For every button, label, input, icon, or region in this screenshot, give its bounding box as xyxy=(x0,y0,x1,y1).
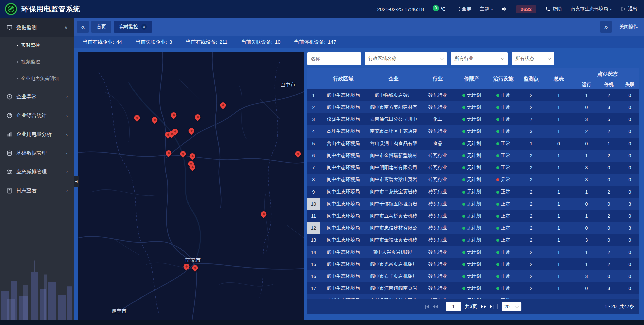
page-size-select[interactable]: 20 xyxy=(502,302,521,311)
status-select[interactable]: 所有状态 xyxy=(512,52,554,65)
table-row[interactable]: 6 阆中生态环境局 阆中市金博瑞新型墙材 砖瓦行业 无计划 正常 2 1 1 2… xyxy=(307,150,639,162)
cell-lost: 0 xyxy=(619,125,639,138)
sidebar-group-emergency[interactable]: 应急减排管理 ‹ xyxy=(0,162,74,181)
region-select[interactable]: 行政区域名称 xyxy=(365,52,447,65)
stat-stopped-devices: 当前停机设备:147 xyxy=(294,39,336,45)
fullscreen-button[interactable]: 全屏 xyxy=(454,6,471,12)
map-pin[interactable] xyxy=(171,112,176,119)
bullet-icon xyxy=(17,78,18,79)
map-pin[interactable] xyxy=(166,150,172,157)
map-pin[interactable] xyxy=(134,115,140,122)
cell-lost: 3 xyxy=(619,222,639,234)
col-facility: 治污设施 xyxy=(488,68,519,89)
table-row[interactable]: 13 阆中生态环境局 阆中市金福旺页岩机砖 砖瓦行业 无计划 正常 2 1 3 … xyxy=(307,234,639,246)
col-point-status: 点位状态 xyxy=(574,68,639,80)
map-pin[interactable] xyxy=(172,129,178,136)
cell-lost: 0 xyxy=(619,186,639,198)
map-pin[interactable] xyxy=(220,102,226,109)
sidebar-item-power-load-detail[interactable]: 企业电力负荷明细 xyxy=(0,70,74,87)
last-page-button[interactable] xyxy=(490,305,493,309)
cell-bureau: 阆中生态环境局 xyxy=(320,210,367,222)
chevron-left-icon: ‹ xyxy=(66,113,68,118)
cell-meters: 1 xyxy=(543,246,574,258)
cell-meters: 1 xyxy=(543,162,574,174)
cell-stop: 0 xyxy=(599,222,619,234)
sidebar-collapse-button[interactable]: ◀ xyxy=(74,176,79,187)
announcement-button[interactable] xyxy=(502,6,507,12)
table-row[interactable]: 14 阆中生态环境局 阆中大兴页岩机砖厂 砖瓦行业 无计划 正常 2 1 1 2… xyxy=(307,246,639,258)
sidebar-group-power-analysis[interactable]: 企业用电量分析 ‹ xyxy=(0,125,74,144)
sidebar-group-base-data[interactable]: 基础数据管理 ‹ xyxy=(0,144,74,162)
cell-company: 阆中强锐页岩砖厂 xyxy=(367,89,420,101)
table-row[interactable]: 1 阆中生态环境局 阆中强锐页岩砖厂 砖瓦行业 无计划 正常 2 1 1 2 0 xyxy=(307,89,639,101)
table-row[interactable]: 9 阆中生态环境局 阆中市二龙长宝页岩砖 砖瓦行业 无计划 正常 2 1 1 2… xyxy=(307,186,639,198)
table-row[interactable]: 18 南部生态环境局 南部县双兴建材有限公 砖瓦行业 无计划 正常 2 1 0 … xyxy=(307,294,639,299)
table-row[interactable]: 3 仪陇生态环境局 西南油气田分公司川中 化工 无计划 正常 7 1 3 5 0 xyxy=(307,113,639,125)
cell-points: 2 xyxy=(519,186,543,198)
cell-stop: 0 xyxy=(599,234,619,246)
help-button[interactable]: 帮助 xyxy=(545,6,562,12)
map-pin[interactable] xyxy=(261,211,266,218)
map-pin[interactable] xyxy=(295,151,301,158)
alarm-count-badge[interactable]: 2632 xyxy=(516,5,536,13)
cell-meters: 1 xyxy=(543,150,574,162)
table-row[interactable]: 10 阆中生态环境局 阆中千佛镇五郎垭页岩 砖瓦行业 无计划 正常 2 1 0 … xyxy=(307,198,639,210)
sidebar-item-realtime-monitor[interactable]: 实时监控 xyxy=(0,37,74,54)
map-pin[interactable] xyxy=(195,114,201,121)
logout-button[interactable]: 退出 xyxy=(621,6,637,12)
app-root: 环保用电监管系统 2021-02-25 17:46:18 0 ℃ 全屏 主题 ▾… xyxy=(0,0,644,320)
map-pin[interactable] xyxy=(192,265,198,272)
cell-bureau: 阆中生态环境局 xyxy=(320,222,367,234)
cell-run: 2 xyxy=(574,125,599,138)
cell-facility-status: 正常 xyxy=(488,138,519,150)
tab-realtime-monitor[interactable]: 实时监控 × xyxy=(114,21,152,33)
theme-dropdown[interactable]: 主题 ▾ xyxy=(480,6,493,12)
table-row[interactable]: 11 阆中生态环境局 阆中市五马桥页岩机砖 砖瓦行业 无计划 正常 2 1 1 … xyxy=(307,210,639,222)
close-icon[interactable]: × xyxy=(141,24,147,30)
map-panel[interactable]: 巴中市南充市遂宁市 xyxy=(78,52,304,320)
sidebar-group-log[interactable]: 日志查看 ‹ xyxy=(0,181,74,200)
industry-select[interactable]: 所有行业 xyxy=(451,52,508,65)
table-row[interactable]: 17 阆中生态环境局 阆中市江南镇阆南页岩 砖瓦行业 无计划 正常 2 1 0 … xyxy=(307,282,639,294)
limit-status-dot xyxy=(462,263,465,266)
table-row[interactable]: 4 高坪生态环境局 南充市高坪区王家店建 砖瓦行业 无计划 正常 3 1 2 2… xyxy=(307,125,639,138)
table-row[interactable]: 15 阆中生态环境局 阆中市光富页岩机砖厂 砖瓦行业 无计划 正常 2 1 1 … xyxy=(307,258,639,270)
prev-page-button[interactable] xyxy=(433,305,438,308)
cell-bureau: 阆中生态环境局 xyxy=(320,101,367,113)
cell-limit-status: 无计划 xyxy=(455,101,488,113)
map-pin[interactable] xyxy=(152,117,158,124)
tab-home[interactable]: 首页 xyxy=(91,21,111,33)
next-page-button[interactable] xyxy=(481,305,486,308)
table-row[interactable]: 2 阆中生态环境局 阆中市南方节能建材有 砖瓦行业 无计划 正常 2 1 0 3… xyxy=(307,101,639,113)
name-search-input[interactable] xyxy=(307,52,361,65)
map-pin[interactable] xyxy=(189,128,194,135)
cell-meters: 1 xyxy=(543,89,574,101)
sidebar-group-data-monitor[interactable]: 数据监测 ∨ xyxy=(0,18,74,37)
cell-company: 阆中市石子页岩机砖厂 xyxy=(367,270,420,282)
sidebar-group-enterprise-abnormal[interactable]: 企业异常 ‹ xyxy=(0,87,74,106)
cell-meters: 1 xyxy=(543,270,574,282)
map-pin[interactable] xyxy=(180,151,186,158)
tabs-scroll-right-button[interactable]: » xyxy=(600,21,612,33)
table-row[interactable]: 8 阆中生态环境局 阆中市枣碧大梁山页岩 砖瓦行业 无计划 异常 2 1 3 0… xyxy=(307,174,639,186)
tabs-scroll-left-button[interactable]: « xyxy=(77,21,89,33)
first-page-button[interactable] xyxy=(425,305,429,309)
map-pin[interactable] xyxy=(190,153,195,160)
table-row[interactable]: 7 阆中生态环境局 阆中明阳建材有限公司 砖瓦行业 无计划 正常 2 1 3 0… xyxy=(307,162,639,174)
map-pin[interactable] xyxy=(183,264,189,270)
close-operations-button[interactable]: 关闭操作 xyxy=(619,24,638,30)
cell-facility-status: 正常 xyxy=(488,125,519,138)
table-row[interactable]: 16 阆中生态环境局 阆中市石子页岩机砖厂 砖瓦行业 无计划 正常 2 1 3 … xyxy=(307,270,639,282)
facility-status-dot xyxy=(496,227,499,230)
table-row[interactable]: 12 阆中生态环境局 阆中市忠信建材有限公 砖瓦行业 无计划 正常 2 1 0 … xyxy=(307,222,639,234)
sliders-icon xyxy=(7,169,12,175)
fullscreen-icon xyxy=(454,6,460,12)
cell-stop: 2 xyxy=(599,186,619,198)
page-number-input[interactable] xyxy=(446,302,461,311)
sidebar-item-video-monitor[interactable]: 视频监控 xyxy=(0,54,74,70)
org-dropdown[interactable]: 南充市生态环境局 ▾ xyxy=(571,6,612,12)
sidebar-group-enterprise-stats[interactable]: 企业综合统计 ‹ xyxy=(0,106,74,125)
cell-points: 2 xyxy=(519,198,543,210)
table-row[interactable]: 5 营山生态环境局 营山县润丰肉食品有限 食品 无计划 正常 1 0 0 1 0 xyxy=(307,138,639,150)
map-pin[interactable] xyxy=(189,164,195,171)
